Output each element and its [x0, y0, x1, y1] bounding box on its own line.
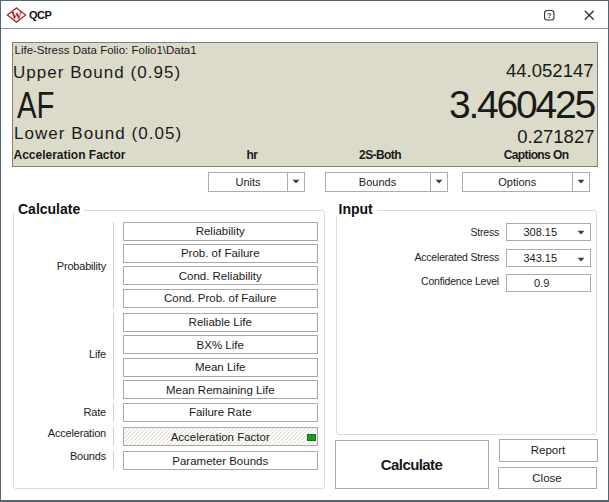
svg-text:?: ?	[547, 11, 552, 20]
svg-text:W: W	[11, 9, 22, 21]
